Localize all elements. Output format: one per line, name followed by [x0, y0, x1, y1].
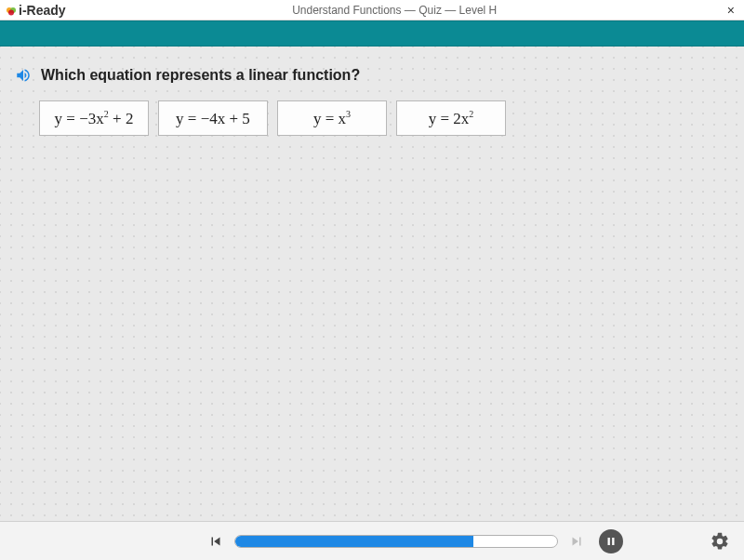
title-bar: i-Ready Understand Functions — Quiz — Le…	[0, 0, 744, 20]
settings-button[interactable]	[709, 530, 731, 553]
banner	[0, 20, 744, 47]
audio-icon[interactable]	[15, 67, 32, 84]
brand-mark-icon	[6, 5, 17, 16]
question-row: Which equation represents a linear funct…	[15, 67, 729, 84]
pause-button[interactable]	[599, 529, 623, 553]
option-b[interactable]: y = −4x + 5	[158, 100, 268, 136]
progress-bar[interactable]	[234, 535, 558, 548]
close-button[interactable]: ×	[724, 3, 738, 18]
progress-fill	[235, 536, 473, 547]
svg-point-2	[8, 9, 14, 15]
option-d[interactable]: y = 2x2	[396, 100, 506, 136]
options-row: y = −3x2 + 2 y = −4x + 5 y = x3 y = 2x2	[15, 100, 729, 136]
skip-previous-icon[interactable]	[206, 532, 225, 551]
skip-next-icon	[567, 532, 586, 551]
option-a[interactable]: y = −3x2 + 2	[39, 100, 149, 136]
option-c[interactable]: y = x3	[277, 100, 387, 136]
brand-text: i-Ready	[19, 3, 66, 18]
page-title: Understand Functions — Quiz — Level H	[66, 4, 724, 17]
footer-controls	[0, 521, 744, 560]
brand-logo: i-Ready	[6, 3, 66, 18]
content-area: Which equation represents a linear funct…	[0, 47, 744, 521]
question-text: Which equation represents a linear funct…	[41, 67, 360, 84]
